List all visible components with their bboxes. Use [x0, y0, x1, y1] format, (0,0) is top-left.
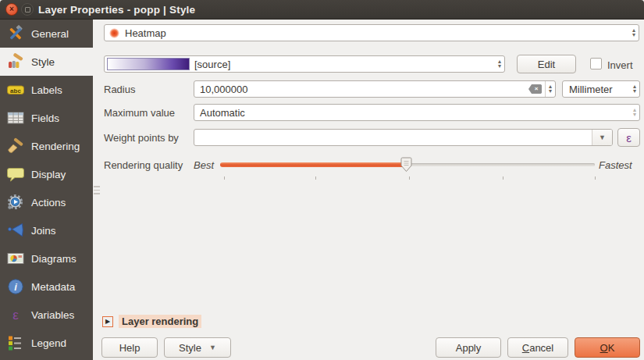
properties-sidebar: General Style abc — [0, 20, 93, 360]
expand-triangle-icon[interactable]: ▶ — [102, 316, 113, 327]
layer-rendering-group[interactable]: ▶ Layer rendering — [102, 315, 201, 328]
window-title: Layer Properties - popp | Style — [38, 4, 195, 16]
style-panel: Heatmap ▴▾ [source] ▴▾ Edit Invert Radiu… — [93, 20, 644, 360]
sidebar-item-label: General — [31, 28, 69, 40]
sidebar-item-label: Joins — [31, 225, 56, 237]
sidebar-item-style[interactable]: Style — [0, 48, 93, 76]
speech-bubble-icon — [6, 166, 24, 184]
sidebar-item-label: Metadata — [31, 281, 75, 293]
sidebar-item-label: Style — [31, 56, 55, 68]
brush-icon — [6, 137, 24, 155]
radius-unit-value: Millimeter — [563, 84, 630, 95]
sidebar-item-legend[interactable]: Legend — [0, 329, 93, 357]
expression-epsilon-icon: ε — [626, 132, 632, 144]
pie-chart-icon — [6, 250, 24, 268]
sidebar-item-label: Actions — [31, 197, 66, 209]
unit-spinner[interactable]: ▴▾ — [630, 81, 639, 97]
ok-button[interactable]: OK — [575, 337, 640, 358]
svg-text:abc: abc — [10, 87, 21, 94]
sidebar-item-diagrams[interactable]: Diagrams — [0, 244, 93, 273]
sidebar-item-label: Diagrams — [31, 253, 76, 265]
sidebar-item-label: Legend — [31, 337, 66, 349]
clear-field-icon[interactable]: × — [528, 84, 542, 94]
cancel-button[interactable]: Cancel — [507, 337, 568, 358]
color-ramp-select[interactable]: [source] ▴▾ — [104, 55, 505, 73]
renderer-spinner[interactable]: ▴▾ — [629, 25, 639, 41]
maximum-value-text: Automatic — [194, 107, 630, 119]
epsilon-icon: ε — [6, 306, 24, 324]
rendering-quality-label: Rendering quality — [104, 159, 183, 171]
radius-value: 10,000000 — [194, 84, 528, 95]
weight-points-label: Weight points by — [104, 132, 179, 144]
invert-label: Invert — [607, 59, 633, 71]
heatmap-icon — [109, 28, 119, 38]
sidebar-item-display[interactable]: Display — [0, 160, 93, 188]
svg-text:i: i — [14, 281, 17, 293]
style-menu-button[interactable]: Style ▼ — [164, 337, 231, 358]
renderer-value: Heatmap — [125, 27, 166, 39]
radius-input[interactable]: 10,000000 × ▴▾ — [194, 80, 556, 98]
chevron-down-icon: ▼ — [209, 344, 216, 351]
legend-list-icon — [6, 334, 24, 352]
sidebar-item-label: Display — [31, 169, 66, 180]
tools-icon — [6, 25, 24, 43]
restore-icon[interactable] — [21, 3, 34, 16]
radius-spinner[interactable]: ▴▾ — [545, 81, 555, 97]
sidebar-item-rendering[interactable]: Rendering — [0, 132, 93, 160]
sidebar-item-fields[interactable]: Fields — [0, 104, 93, 132]
join-arrow-icon — [6, 222, 24, 240]
slider-ticks — [220, 176, 595, 180]
sidebar-item-label: Variables — [31, 309, 74, 321]
sidebar-item-labels[interactable]: abc Labels — [0, 76, 93, 104]
sidebar-item-label: Fields — [31, 112, 59, 124]
weight-points-select[interactable]: ▼ — [194, 129, 613, 146]
close-icon[interactable]: × — [5, 3, 18, 16]
edit-ramp-button[interactable]: Edit — [517, 55, 576, 73]
sidebar-item-general[interactable]: General — [0, 20, 93, 48]
table-icon — [6, 109, 24, 127]
svg-text:ε: ε — [12, 308, 19, 323]
quality-best-label: Best — [194, 159, 214, 171]
expression-builder-button[interactable]: ε — [617, 128, 640, 147]
radius-unit-select[interactable]: Millimeter ▴▾ — [562, 80, 640, 98]
quality-fastest-label: Fastest — [599, 159, 632, 171]
renderer-select[interactable]: Heatmap ▴▾ — [104, 24, 639, 41]
invert-checkbox[interactable] — [590, 58, 602, 70]
rendering-quality-slider[interactable] — [220, 156, 595, 173]
apply-button[interactable]: Apply — [436, 337, 501, 358]
color-ramp-value: [source] — [194, 59, 230, 70]
help-button[interactable]: Help — [101, 337, 158, 358]
paintbrush-icon — [6, 53, 24, 71]
maximum-value-input[interactable]: Automatic ▴▾ — [194, 104, 640, 121]
sidebar-item-label: Rendering — [31, 141, 80, 152]
gear-play-icon — [6, 194, 24, 212]
slider-fill — [220, 162, 406, 167]
sidebar-item-metadata[interactable]: i Metadata — [0, 273, 93, 301]
layer-properties-dialog: × Layer Properties - popp | Style Genera… — [0, 0, 644, 360]
info-icon: i — [6, 278, 24, 296]
sidebar-item-variables[interactable]: ε Variables — [0, 301, 93, 329]
sidebar-item-label: Labels — [31, 84, 62, 96]
color-ramp-spinner[interactable]: ▴▾ — [495, 56, 504, 72]
splitter-grip[interactable] — [94, 186, 100, 194]
maximum-value-label: Maximum value — [104, 107, 175, 119]
slider-handle[interactable] — [400, 157, 412, 173]
maximum-value-spinner[interactable]: ▴▾ — [630, 105, 639, 120]
sidebar-item-actions[interactable]: Actions — [0, 188, 93, 216]
color-ramp-swatch — [107, 58, 190, 70]
radius-label: Radius — [104, 84, 135, 95]
chevron-down-icon[interactable]: ▼ — [592, 130, 612, 145]
title-bar: × Layer Properties - popp | Style — [0, 0, 644, 20]
sidebar-item-joins[interactable]: Joins — [0, 216, 93, 244]
layer-rendering-label: Layer rendering — [119, 315, 201, 328]
abc-label-icon: abc — [6, 81, 24, 99]
